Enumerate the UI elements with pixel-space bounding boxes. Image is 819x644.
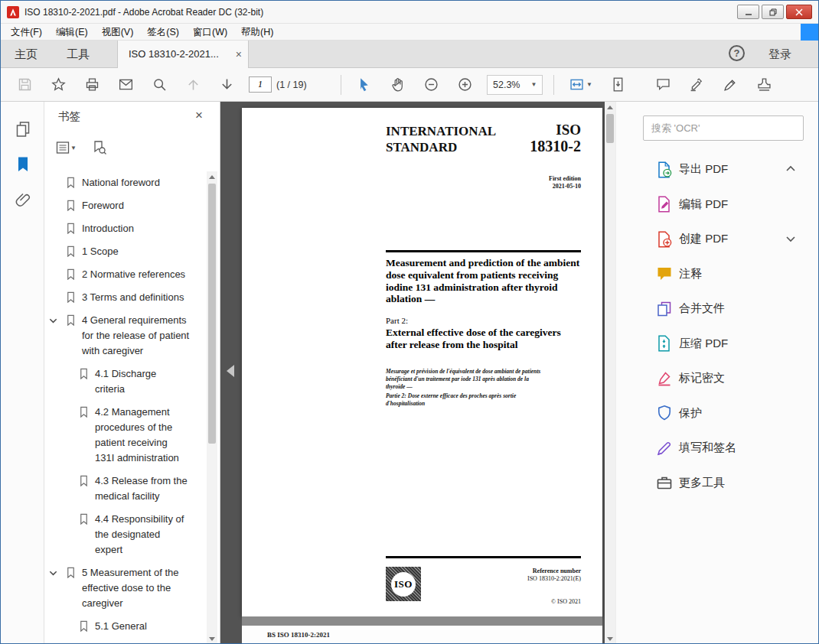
tab-document-label: ISO 18310-2-2021... [129, 48, 219, 60]
help-icon[interactable]: ? [729, 45, 745, 61]
page-thumbnails-icon[interactable] [14, 120, 32, 138]
bookmark-item[interactable]: 5 Measurement of the effective dose to t… [44, 561, 206, 615]
tool-item-fill-sign[interactable]: 填写和签名 [616, 431, 819, 466]
bookmark-icon [65, 268, 77, 285]
page-number-input[interactable] [249, 76, 272, 93]
tool-item-redact[interactable]: 标记密文 [616, 361, 819, 396]
bookmark-label: 4.4 Responsibility of the designated exp… [95, 513, 184, 555]
tool-item-export-pdf[interactable]: 导出 PDF [616, 152, 819, 187]
document-scrollbar[interactable] [605, 102, 615, 644]
page-count-label: (1 / 19) [276, 80, 316, 90]
next-page-icon[interactable] [215, 73, 238, 96]
fit-width-icon[interactable]: ▼ [565, 73, 595, 96]
stamp-icon[interactable] [752, 73, 775, 96]
comment-tool-icon[interactable] [651, 73, 674, 96]
page-scrolling-icon[interactable] [606, 73, 629, 96]
part-label: Part 2: [386, 316, 408, 325]
tool-label: 导出 PDF [679, 162, 728, 177]
menu-item[interactable]: 文件(F) [4, 24, 49, 41]
bookmark-item[interactable]: 4.4 Responsibility of the designated exp… [44, 508, 206, 561]
save-icon[interactable] [13, 73, 36, 96]
tools-search-input[interactable] [643, 115, 804, 141]
redact-icon [656, 370, 673, 387]
star-icon[interactable] [47, 73, 70, 96]
close-tab-icon[interactable]: × [236, 41, 242, 68]
restore-button[interactable] [762, 5, 784, 19]
chevron-down-icon[interactable] [785, 233, 797, 248]
highlighter-icon[interactable] [685, 73, 708, 96]
tool-item-more-tools[interactable]: 更多工具 [616, 466, 819, 501]
left-nav-strip [1, 102, 44, 644]
email-icon[interactable] [114, 73, 137, 96]
pdf-page-1: INTERNATIONAL STANDARD ISO 18310-2 First… [242, 108, 602, 616]
close-panel-icon[interactable]: × [195, 108, 203, 123]
tab-tools[interactable]: 工具 [67, 41, 90, 68]
tool-item-comment[interactable]: 注释 [616, 257, 819, 292]
tool-item-edit-pdf[interactable]: 编辑 PDF [616, 187, 819, 223]
bookmark-item[interactable]: 4.2 Management procedures of the patient… [44, 401, 206, 470]
tab-document[interactable]: ISO 18310-2-2021... × [117, 41, 249, 69]
menu-item[interactable]: 窗口(W) [186, 24, 234, 41]
bookmark-item[interactable]: 1 Scope [44, 240, 206, 263]
tool-item-combine-files[interactable]: 合并文件 [616, 291, 819, 327]
bookmark-item[interactable]: 4.1 Discharge criteria [44, 363, 206, 401]
document-scrollbar-thumb[interactable] [606, 114, 614, 143]
bookmarks-icon[interactable] [14, 155, 32, 174]
scroll-up-icon[interactable] [607, 106, 613, 109]
bookmark-item[interactable]: 4.3 Release from the medical facility [44, 470, 206, 508]
bookmark-item[interactable]: 2 Normative references [44, 263, 206, 286]
select-tool-icon[interactable] [352, 73, 375, 96]
protect-icon [656, 405, 673, 421]
print-icon[interactable] [80, 73, 103, 96]
bookmark-icon [78, 475, 90, 491]
bookmark-item[interactable]: 3 Terms and definitions [44, 286, 206, 309]
close-button[interactable] [786, 5, 812, 19]
tool-item-create-pdf[interactable]: 创建 PDF [616, 222, 819, 257]
sign-in-button[interactable]: 登录 [768, 41, 791, 68]
bookmark-icon [78, 368, 90, 384]
hand-tool-icon[interactable] [386, 73, 409, 96]
bookmark-item[interactable]: 5.1 General [44, 615, 206, 638]
bookmarks-panel-title: 书签 [58, 109, 80, 124]
chevron-down-icon[interactable] [48, 315, 58, 330]
bookmarks-scrollbar[interactable] [207, 171, 217, 644]
tools-list: 导出 PDF编辑 PDF创建 PDF注释合并文件压缩 PDF标记密文保护填写和签… [616, 152, 819, 500]
bookmark-options-icon[interactable]: ▼ [55, 140, 77, 155]
zoom-level-dropdown[interactable]: 52.3% ▼ [487, 75, 543, 95]
bookmark-item[interactable]: National foreword [44, 171, 206, 194]
zoom-in-icon[interactable] [453, 73, 476, 96]
tab-home[interactable]: 主页 [15, 41, 38, 68]
menu-item[interactable]: 编辑(E) [49, 24, 95, 41]
edit-pdf-icon [656, 196, 673, 213]
divider-rule [386, 250, 581, 252]
chevron-down-icon[interactable] [48, 568, 58, 583]
bookmark-item[interactable]: 5.2 Specifications of [44, 638, 206, 644]
previous-page-icon[interactable] [181, 73, 204, 96]
search-bookmarks-icon[interactable] [92, 140, 107, 155]
attachments-icon[interactable] [14, 191, 32, 210]
menu-item[interactable]: 视图(V) [95, 24, 141, 41]
sign-pen-icon[interactable] [719, 73, 742, 96]
menu-item[interactable]: 帮助(H) [234, 24, 280, 41]
tool-label: 编辑 PDF [679, 197, 728, 212]
scroll-down-icon[interactable] [607, 637, 613, 641]
bookmark-label: 3 Terms and definitions [82, 291, 184, 303]
chevron-up-icon[interactable] [785, 163, 797, 178]
page2-header: BS ISO 18310-2:2021 [267, 631, 330, 639]
tool-item-protect[interactable]: 保护 [616, 396, 819, 431]
scroll-up-icon[interactable] [209, 175, 215, 179]
bookmark-label: Foreword [82, 200, 124, 211]
menu-item[interactable]: 签名(S) [140, 24, 186, 41]
bookmark-icon [78, 406, 90, 422]
bookmark-item[interactable]: Introduction [44, 217, 206, 240]
minimize-button[interactable] [737, 5, 759, 19]
zoom-out-icon[interactable] [419, 73, 442, 96]
tool-item-compress-pdf[interactable]: 压缩 PDF [616, 327, 819, 362]
search-icon[interactable] [148, 73, 171, 96]
collapse-left-panel-arrow[interactable] [227, 365, 234, 377]
bookmarks-scrollbar-thumb[interactable] [208, 184, 216, 444]
bookmark-item[interactable]: 4 General requirements for the release o… [44, 309, 206, 363]
bookmark-item[interactable]: Foreword [44, 194, 206, 217]
scroll-down-icon[interactable] [209, 637, 215, 641]
document-area: INTERNATIONAL STANDARD ISO 18310-2 First… [220, 102, 615, 644]
